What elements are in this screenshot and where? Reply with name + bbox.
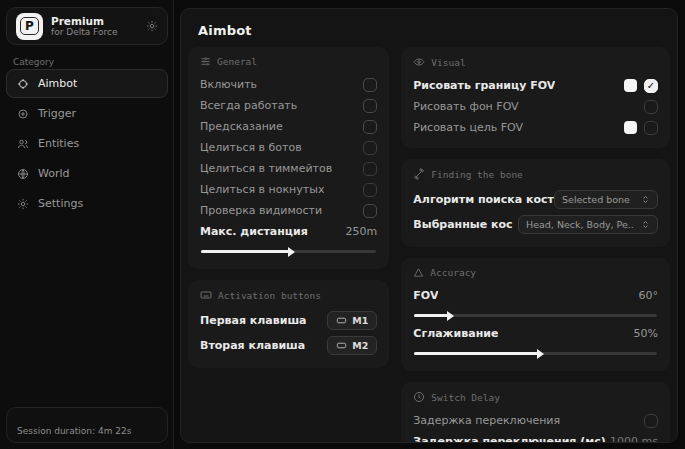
sidebar-item-label: World — [38, 167, 70, 180]
mouse-icon — [336, 340, 347, 351]
selected-bones-select[interactable]: Head, Neck, Body, Pe.. — [518, 215, 658, 234]
checkbox-always-work[interactable] — [363, 99, 377, 113]
sidebar-item-label: Entities — [38, 137, 79, 150]
sidebar-item-world[interactable]: World — [6, 159, 168, 188]
toggle-label: Целиться в тиммейтов — [200, 162, 332, 175]
section-title: Activation buttons — [218, 290, 321, 301]
globe-icon — [17, 168, 29, 180]
slider-value: 60° — [639, 289, 659, 302]
toggle-label: Задержка переключения — [413, 414, 560, 427]
toggle-label: Рисовать границу FOV — [413, 79, 555, 92]
keybind-value: M1 — [352, 315, 368, 326]
slider-value: 250m — [346, 225, 378, 238]
checkbox-prediction[interactable] — [363, 120, 377, 134]
gear-icon[interactable] — [146, 20, 158, 32]
slider-label: Макс. дистанция — [200, 225, 308, 238]
toggle-label: Рисовать цель FOV — [413, 121, 523, 134]
page-title: Aimbot — [198, 23, 252, 38]
keybind-button-m1[interactable]: M1 — [327, 311, 377, 330]
eye-icon — [413, 56, 425, 68]
max-distance-slider[interactable] — [201, 250, 376, 253]
triangle-icon — [413, 267, 424, 278]
sidebar-item-settings[interactable]: Settings — [6, 189, 168, 218]
trigger-icon — [17, 108, 29, 120]
checkbox-target-knocked[interactable] — [363, 183, 377, 197]
slider-thumb[interactable] — [447, 311, 454, 321]
sidebar-item-label: Aimbot — [38, 77, 77, 90]
clock-icon — [413, 391, 425, 403]
slider-thumb[interactable] — [537, 349, 544, 359]
section-finding-the-bone: Finding the bone Алгоритм поиска кост Se… — [401, 159, 670, 247]
keybind-label: Первая клавиша — [200, 314, 307, 327]
sidebar-item-entities[interactable]: Entities — [6, 129, 168, 158]
entities-icon — [17, 138, 29, 150]
bone-algorithm-select[interactable]: Selected bone — [554, 190, 658, 209]
checkbox-target-bots[interactable] — [363, 141, 377, 155]
toggle-label: Включить — [200, 78, 257, 91]
session-duration: Session duration: 4m 22s — [17, 426, 131, 436]
sliders-icon — [200, 56, 211, 67]
sidebar-item-trigger[interactable]: Trigger — [6, 99, 168, 128]
toggle-label: Рисовать фон FOV — [413, 100, 518, 113]
license-card: P Premium for Delta Force — [6, 7, 168, 45]
keybind-button-m2[interactable]: M2 — [327, 336, 377, 355]
dropdown-value: Head, Neck, Body, Pe.. — [526, 219, 634, 230]
bone-icon — [413, 168, 425, 180]
section-title: Accuracy — [430, 267, 476, 278]
chevron-updown-icon — [641, 195, 650, 204]
fov-slider[interactable] — [414, 314, 657, 317]
sidebar-item-label: Settings — [38, 197, 83, 210]
checkbox-draw-fov-target[interactable] — [644, 121, 658, 135]
checkbox-visibility-check[interactable] — [363, 204, 377, 218]
toggle-label: Всегда работать — [200, 99, 297, 112]
smoothing-slider[interactable] — [414, 352, 657, 355]
crosshair-icon — [17, 78, 29, 90]
section-title: General — [217, 56, 257, 67]
keyboard-icon — [200, 289, 212, 301]
checkbox-target-teammates[interactable] — [363, 162, 377, 176]
section-general: General Включить Всегда работать Предска… — [188, 47, 389, 269]
sidebar-item-aimbot[interactable]: Aimbot — [6, 69, 168, 98]
checkbox-switch-delay[interactable] — [644, 414, 658, 428]
color-swatch[interactable] — [624, 79, 637, 92]
checkbox-draw-fov-background[interactable] — [644, 100, 658, 114]
app-logo: P — [16, 13, 43, 40]
toggle-label: Проверка видимости — [200, 204, 322, 217]
section-title: Finding the bone — [431, 169, 523, 180]
slider-label: Задержка переключения (мс) — [413, 435, 606, 443]
dropdown-label: Алгоритм поиска кост — [413, 193, 554, 206]
checkbox-draw-fov-border[interactable]: ✓ — [644, 79, 658, 93]
sidebar-item-label: Trigger — [38, 107, 76, 120]
license-subtitle: for Delta Force — [51, 27, 138, 37]
section-switch-delay: Switch Delay Задержка переключения Задер… — [401, 382, 670, 443]
slider-value: 1000 ms — [610, 435, 658, 443]
toggle-label: Целиться в ботов — [200, 141, 302, 154]
toggle-label: Предсказание — [200, 120, 283, 133]
slider-value: 50% — [634, 327, 658, 340]
logo-letter: P — [20, 17, 39, 35]
license-title: Premium — [51, 15, 138, 27]
toggle-label: Целиться в нокнутых — [200, 183, 324, 196]
section-activation-buttons: Activation buttons Первая клавиша M1 Вто… — [188, 280, 389, 368]
category-label: Category — [13, 57, 54, 67]
section-title: Visual — [431, 57, 465, 68]
slider-thumb[interactable] — [288, 247, 295, 257]
color-swatch[interactable] — [624, 121, 637, 134]
section-title: Switch Delay — [431, 392, 500, 403]
slider-label: FOV — [413, 289, 438, 302]
keybind-label: Вторая клавиша — [200, 339, 305, 352]
main-panel: Aimbot General Включить Всегда работать … — [180, 8, 678, 443]
dropdown-label: Выбранные кос — [413, 218, 512, 231]
keybind-value: M2 — [352, 340, 368, 351]
section-visual: Visual Рисовать границу FOV ✓ Рисовать ф… — [401, 47, 670, 148]
dropdown-value: Selected bone — [562, 194, 630, 205]
section-accuracy: Accuracy FOV60° Сглаживание50% — [401, 258, 670, 371]
session-box: Session duration: 4m 22s — [6, 407, 168, 443]
checkbox-enable[interactable] — [363, 78, 377, 92]
sidebar: P Premium for Delta Force Category Aimbo… — [0, 0, 174, 449]
gear-icon — [17, 198, 29, 210]
slider-label: Сглаживание — [413, 327, 498, 340]
sidebar-nav: Aimbot Trigger Entities World Settings — [6, 69, 168, 218]
chevron-updown-icon — [641, 220, 650, 229]
mouse-icon — [336, 315, 347, 326]
